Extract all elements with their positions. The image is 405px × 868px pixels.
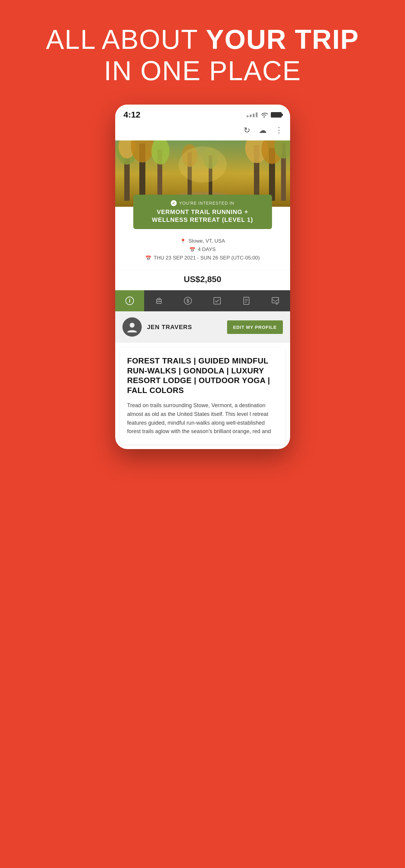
cloud-icon[interactable]: ☁ [259,126,267,135]
signal-icon [247,113,258,117]
tab-payment[interactable]: $ [173,290,203,311]
status-icons [247,112,282,118]
hero-title: ALL ABOUT YOUR TRIP IN ONE PLACE [18,24,387,87]
hero-section: ALL ABOUT YOUR TRIP IN ONE PLACE [0,0,405,104]
content-title: FOREST TRAILS | GUIDED MINDFUL RUN-WALKS… [127,356,278,395]
tab-tasks[interactable] [203,290,232,311]
tab-updates[interactable] [261,290,290,311]
menu-icon[interactable]: ⋮ [275,126,283,135]
trip-details: 📍 Stowe, VT, USA 📅 4 DAYS 📅 THU 23 SEP 2… [115,235,290,270]
check-icon [171,200,177,206]
svg-rect-34 [272,298,279,303]
person-icon [126,321,138,333]
tab-bar: i $ [115,290,290,311]
interest-banner: YOU'RE INTERESTED IN VERMONT TRAIL RUNNI… [133,195,272,229]
calendar-icon: 📅 [190,247,195,253]
battery-icon [271,112,282,118]
edit-profile-button[interactable]: EDIT MY PROFILE [227,320,283,334]
tasks-icon [212,296,222,305]
info-icon: i [125,296,134,305]
interest-label: YOU'RE INTERESTED IN [141,200,265,206]
svg-point-35 [130,323,135,328]
profile-section: JEN TRAVERS EDIT MY PROFILE [115,311,290,343]
svg-rect-23 [158,298,160,300]
tab-documents[interactable] [232,290,261,311]
trip-dates-row: 📅 THU 23 SEP 2021 - SUN 26 SEP (UTC-05:0… [122,255,283,261]
phone-frame: 4:12 ↻ ☁ ⋮ [115,104,290,449]
wifi-icon [261,112,268,118]
updates-icon [271,296,280,305]
status-time: 4:12 [124,110,141,120]
trip-dates: THU 23 SEP 2021 - SUN 26 SEP (UTC-05:00) [154,255,260,261]
location-icon: 📍 [180,239,186,244]
svg-text:i: i [129,298,130,304]
trip-price: US$2,850 [115,270,290,290]
content-card: FOREST TRAILS | GUIDED MINDFUL RUN-WALKS… [120,347,285,444]
svg-point-19 [178,147,227,183]
browser-bar: ↻ ☁ ⋮ [115,123,290,141]
dates-icon: 📅 [145,255,151,261]
avatar [122,317,142,337]
luggage-icon [154,296,164,305]
trip-location: Stowe, VT, USA [189,238,225,244]
tab-luggage[interactable] [144,290,173,311]
trip-location-row: 📍 Stowe, VT, USA [122,238,283,244]
payment-icon: $ [183,296,193,305]
trip-duration: 4 DAYS [198,247,215,253]
content-body: Tread on trails surrounding Stowe, Vermo… [127,401,278,436]
refresh-icon[interactable]: ↻ [244,126,250,135]
documents-icon [242,296,251,305]
svg-text:$: $ [187,299,190,304]
status-bar: 4:12 [115,104,290,123]
profile-name: JEN TRAVERS [147,324,222,331]
svg-rect-29 [214,298,221,304]
tab-info[interactable]: i [115,290,144,311]
trip-duration-row: 📅 4 DAYS [122,247,283,253]
trip-title: VERMONT TRAIL RUNNING + WELLNESS RETREAT… [141,208,265,224]
